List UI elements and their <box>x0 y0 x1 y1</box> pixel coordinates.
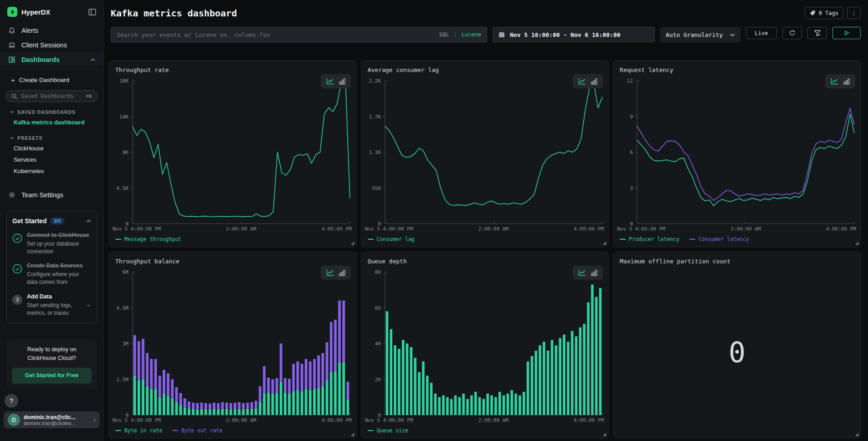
saved-dashboards-search-input[interactable] <box>21 93 82 99</box>
sidebar-item-dashboards[interactable]: Dashboards <box>0 52 103 67</box>
section-header-label: SAVED DASHBOARDS <box>17 109 76 115</box>
date-range-picker[interactable]: Nov 5 16:00:00 - Nov 6 16:00:00 <box>493 27 655 42</box>
run-query-button[interactable] <box>832 27 861 39</box>
bar-chart-icon[interactable] <box>591 269 597 276</box>
bar-chart-icon[interactable] <box>339 269 345 276</box>
user-name: dominic.tran@clic... <box>24 414 90 420</box>
step-connect-clickhouse[interactable]: Connect to ClickHouse Set up your databa… <box>12 231 91 255</box>
arrow-right-icon: → <box>85 301 91 308</box>
svg-text:0: 0 <box>378 221 381 226</box>
resize-handle[interactable] <box>856 433 858 436</box>
cloud-card-text: Ready to deploy on <box>12 345 92 354</box>
saved-dashboard-kafka[interactable]: Kafka metrics dashboard <box>0 117 103 128</box>
sql-mode-toggle[interactable]: SQL <box>439 31 449 38</box>
chart-area[interactable]: 036912 <box>616 75 858 226</box>
chart-area[interactable]: 05501.1K1.7K2.2K <box>364 75 606 226</box>
tags-button[interactable]: 0 Tags <box>805 7 843 19</box>
legend-item[interactable]: Producer latency <box>620 236 679 242</box>
granularity-select[interactable]: Auto Granularity <box>660 27 740 42</box>
bell-icon <box>8 27 15 34</box>
resize-handle[interactable] <box>856 242 858 245</box>
chart-area[interactable]: 020406080 <box>364 267 606 417</box>
legend-swatch <box>620 239 626 240</box>
legend-item[interactable]: Message throughput <box>115 236 181 242</box>
avatar: D <box>8 414 20 426</box>
line-chart-icon[interactable] <box>578 269 586 276</box>
svg-text:6M: 6M <box>123 269 129 275</box>
panel-max-offline-partition-count: Maximum offline partition count 0 <box>613 251 861 439</box>
check-circle-icon <box>12 233 22 243</box>
bar-chart-icon[interactable] <box>339 78 345 85</box>
chart-area[interactable]: 0 <box>616 267 858 438</box>
chart-type-toggle[interactable] <box>573 266 603 280</box>
sidebar-item-alerts[interactable]: Alerts <box>0 23 103 38</box>
svg-text:60: 60 <box>375 305 380 311</box>
search-icon <box>11 93 17 99</box>
bar-chart-icon[interactable] <box>843 78 850 85</box>
get-started-free-button[interactable]: Get Started for Free <box>12 368 92 384</box>
chart-area[interactable]: 01.5M3M4.5M6M <box>112 267 354 417</box>
chart-type-toggle[interactable] <box>825 74 855 88</box>
section-saved-dashboards[interactable]: SAVED DASHBOARDS <box>0 102 103 117</box>
create-dashboard-button[interactable]: + Create Dashboard <box>0 70 103 87</box>
step-desc: Configure where your data comes from <box>27 271 91 286</box>
resize-handle[interactable] <box>351 242 354 245</box>
legend-swatch <box>368 430 374 431</box>
bar-chart-icon[interactable] <box>591 78 597 85</box>
chart-legend: Producer latencyConsumer latency <box>613 232 861 247</box>
resize-handle[interactable] <box>603 242 606 245</box>
preset-kubernetes[interactable]: Kubernetes <box>0 165 103 177</box>
legend-item[interactable]: Consumer lag <box>368 236 415 242</box>
resize-handle[interactable] <box>351 433 354 436</box>
saved-dashboards-search[interactable]: ⌘K <box>5 90 98 102</box>
event-search-input[interactable] <box>117 31 435 38</box>
refresh-button[interactable] <box>782 27 802 39</box>
legend-swatch <box>689 239 695 240</box>
filter-button[interactable] <box>807 27 827 39</box>
preset-services[interactable]: Services <box>0 154 103 165</box>
chart-type-toggle[interactable] <box>321 266 351 280</box>
legend-item[interactable]: Byte in rate <box>115 427 162 434</box>
legend-item[interactable]: Consumer latency <box>689 236 749 242</box>
chevron-up-icon[interactable] <box>90 58 95 62</box>
chart-type-toggle[interactable] <box>321 74 351 88</box>
section-presets[interactable]: PRESETS <box>0 128 103 143</box>
legend-item[interactable]: Queue size <box>368 427 408 434</box>
legend-swatch <box>368 239 374 240</box>
chevron-down-icon <box>10 137 14 139</box>
create-dashboard-label: Create Dashboard <box>19 77 69 83</box>
svg-text:18K: 18K <box>119 78 128 84</box>
step-add-data[interactable]: 3 Add Data Start sending logs, metrics, … <box>12 292 91 317</box>
panel-title: Throughput rate <box>115 67 169 73</box>
chart-legend: Queue size <box>361 423 609 438</box>
line-chart-icon[interactable] <box>831 78 838 85</box>
sidebar-item-team-settings[interactable]: Team Settings <box>0 188 103 202</box>
live-button[interactable]: Live <box>746 27 777 39</box>
svg-text:20: 20 <box>375 377 380 383</box>
resize-handle[interactable] <box>603 433 606 436</box>
help-button[interactable]: ? <box>5 394 18 408</box>
svg-text:4.5M: 4.5M <box>117 305 129 311</box>
chevron-up-icon[interactable] <box>86 220 91 223</box>
line-chart-icon[interactable] <box>326 269 334 276</box>
plus-icon: + <box>11 76 15 84</box>
preset-clickhouse[interactable]: ClickHouse <box>0 143 103 154</box>
event-search[interactable]: SQL | Lucene <box>111 27 487 42</box>
line-chart-icon[interactable] <box>578 78 586 85</box>
tag-icon <box>810 10 816 16</box>
collapse-sidebar-icon[interactable] <box>88 9 96 15</box>
sidebar-item-client-sessions[interactable]: Client Sessions <box>0 38 103 52</box>
chart-area[interactable]: 04.5K9K14K18K <box>112 75 354 226</box>
more-options-button[interactable]: ⋮ <box>847 7 861 19</box>
step-create-data-sources[interactable]: Create Data Sources Configure where your… <box>12 261 91 286</box>
chart-type-toggle[interactable] <box>573 74 603 88</box>
lucene-mode-toggle[interactable]: Lucene <box>462 31 481 38</box>
x-axis-labels: Nov 5 4:00:00 PM2:00:00 AM4:00:00 PM <box>361 417 609 423</box>
svg-text:1.1K: 1.1K <box>369 149 381 155</box>
user-menu[interactable]: D dominic.tran@clic... dominic.tran@clic… <box>4 411 100 428</box>
svg-text:2.2K: 2.2K <box>369 78 381 84</box>
legend-item[interactable]: Byte out rate <box>172 427 222 434</box>
svg-text:1.7K: 1.7K <box>369 114 381 120</box>
progress-badge: 2/3 <box>50 217 64 225</box>
line-chart-icon[interactable] <box>326 78 334 85</box>
